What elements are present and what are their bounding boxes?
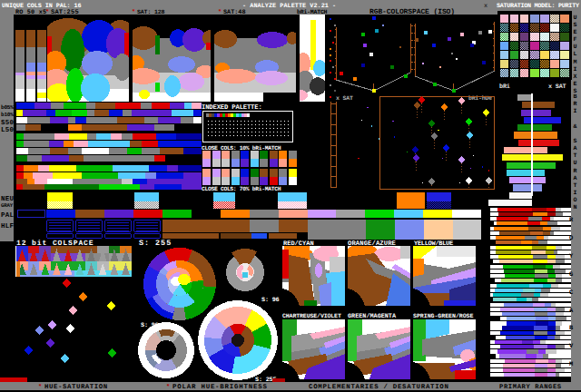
svg-text:C: C (569, 289, 573, 297)
svg-text:N: N (574, 204, 577, 211)
svg-text:O: O (569, 235, 573, 242)
svg-text:POLAR HUE-BRIGHTNESS: POLAR HUE-BRIGHTNESS (172, 384, 268, 391)
svg-text:F: F (574, 36, 577, 43)
svg-text:A: A (574, 175, 577, 181)
svg-text:bRi: bRi (499, 83, 510, 91)
svg-text:PRIMARY RANGES: PRIMARY RANGES (499, 384, 562, 391)
svg-text:CHARTREUSE/VIOLET: CHARTREUSE/VIOLET (282, 313, 341, 319)
svg-text:I: I (574, 108, 577, 114)
svg-text:HLF: HLF (1, 223, 15, 230)
svg-text:S: 96: S: 96 (261, 297, 280, 304)
svg-text:O: O (574, 197, 577, 203)
svg-text:SAT: 128: SAT: 128 (137, 9, 165, 15)
svg-text:x SAT: x SAT (548, 83, 566, 91)
svg-text:X: X (574, 74, 577, 80)
svg-text:B: B (574, 93, 577, 100)
svg-text:SPRING-GREEN/ROSE: SPRING-GREEN/ROSE (413, 313, 474, 319)
svg-text:CLOSE COLS: 70% bRi-MATCH: CLOSE COLS: 70% bRi-MATCH (202, 186, 281, 192)
svg-text:S: 255: S: 255 (139, 239, 172, 248)
svg-text:x: x (484, 3, 487, 10)
svg-text:RGB-COLORSPACE (ISO): RGB-COLORSPACE (ISO) (369, 8, 455, 16)
svg-text:b05%: b05% (1, 104, 14, 111)
svg-text:b10%: b10% (1, 112, 14, 118)
svg-text:I: I (574, 190, 577, 196)
svg-text:S: S (574, 138, 577, 144)
svg-text:A: A (574, 145, 577, 152)
svg-text:COMPLEMENTARIES / DESATURATION: COMPLEMENTARIES / DESATURATION (309, 383, 449, 391)
svg-text:*: * (38, 383, 42, 391)
svg-text:&: & (574, 123, 577, 130)
svg-text:G: G (569, 271, 573, 279)
svg-text:CLOSE COLS: 10% bRi-MATCH: CLOSE COLS: 10% bRi-MATCH (202, 145, 281, 152)
svg-text:GRAY: GRAY (1, 202, 14, 209)
svg-text:T: T (574, 152, 577, 159)
svg-text:M: M (569, 361, 573, 368)
svg-text:PAL: PAL (1, 212, 15, 220)
svg-text:GREEN/MAGENTA: GREEN/MAGENTA (348, 313, 397, 320)
svg-text:L50: L50 (1, 126, 15, 134)
svg-text:S: S (574, 22, 577, 28)
svg-text:T: T (574, 182, 577, 189)
svg-text:HUE-SATURATION: HUE-SATURATION (44, 384, 108, 391)
svg-text:R: R (574, 168, 577, 174)
svg-text:RO 50 x5: RO 50 x5 (15, 9, 46, 16)
svg-text:bRi-MATCH: bRi-MATCH (297, 9, 328, 15)
svg-text:U: U (574, 44, 577, 50)
svg-text:R: R (574, 101, 577, 107)
svg-text:U: U (574, 160, 577, 166)
svg-text:I: I (574, 66, 577, 73)
svg-text:E: E (574, 29, 577, 35)
svg-text:S: 96: S: 96 (141, 322, 159, 329)
svg-text:E: E (574, 81, 577, 87)
svg-text:U: U (574, 15, 577, 21)
svg-text:x SAT: x SAT (336, 95, 353, 102)
svg-text:SATURATION MODEL: PURITY: SATURATION MODEL: PURITY (497, 3, 580, 10)
svg-text:*: * (166, 383, 170, 391)
svg-text:M: M (574, 59, 577, 65)
svg-text:L: L (574, 51, 577, 57)
svg-text:S50: S50 (1, 119, 15, 127)
